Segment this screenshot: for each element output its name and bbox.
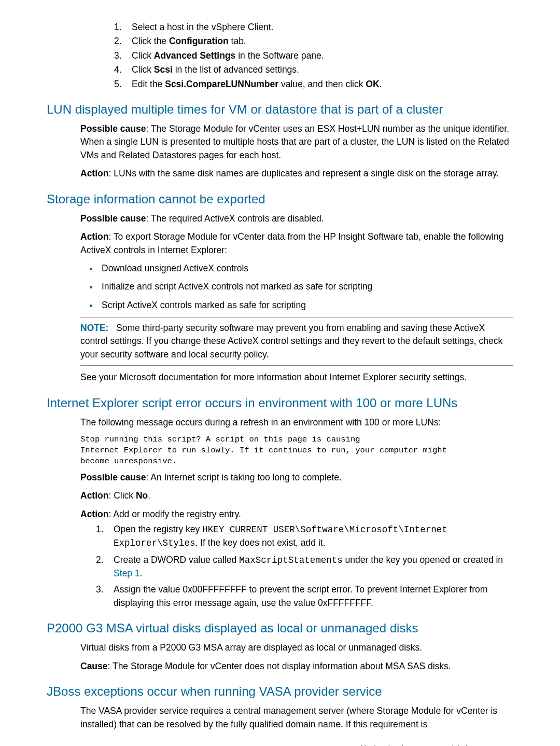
label: Action	[80, 231, 108, 242]
label: Action	[80, 509, 108, 519]
note-text: Some third-party security software may p…	[80, 323, 502, 360]
heading-storage-export: Storage information cannot be exported	[47, 191, 513, 207]
text: in the Software pane.	[235, 50, 324, 61]
heading-p2000: P2000 G3 MSA virtual disks displayed as …	[47, 620, 513, 636]
export-after-note: See your Microsoft documentation for mor…	[80, 371, 513, 384]
text: under the key you opened or created in	[343, 555, 503, 565]
ie-step-3: Assign the value 0x00FFFFFFFF to prevent…	[96, 583, 513, 610]
bold-text: Configuration	[169, 36, 229, 46]
bold-text: Scsi	[154, 64, 173, 75]
text: : To export Storage Module for vCenter d…	[80, 231, 503, 255]
ie-intro: The following message occurs during a re…	[80, 416, 513, 429]
bold-text: Scsi.CompareLUNNumber	[165, 79, 278, 89]
step-link[interactable]: Step 1	[114, 568, 140, 578]
top-step-4: Click Scsi in the list of advanced setti…	[114, 63, 513, 76]
export-note: NOTE: Some third-party security software…	[80, 317, 513, 366]
top-step-5: Edit the Scsi.CompareLUNNumber value, an…	[114, 78, 513, 91]
note-label: NOTE:	[80, 323, 108, 333]
text: : LUNs with the same disk names are dupl…	[108, 168, 499, 178]
ie-cause: Possible cause: An Internet script is ta…	[80, 471, 513, 484]
text: .	[140, 568, 143, 578]
mono-text: MaxScriptStatements	[239, 555, 343, 565]
text: value, and then click	[278, 79, 366, 89]
bold-text: Advanced Settings	[154, 50, 236, 61]
text: in the list of advanced settings.	[173, 64, 299, 75]
top-step-1: Select a host in the vSphere Client.	[114, 21, 513, 34]
text: Click	[132, 64, 154, 75]
top-step-3: Click Advanced Settings in the Software …	[114, 49, 513, 62]
label: Possible cause	[80, 123, 146, 134]
lun-cause: Possible cause: The Storage Module for v…	[80, 122, 513, 162]
ie-action-registry: Action: Add or modify the registry entry…	[80, 508, 513, 521]
bold-text: OK	[366, 79, 379, 89]
text: .	[148, 490, 150, 501]
export-cause: Possible cause: The required ActiveX con…	[80, 212, 513, 225]
ie-action-no: Action: Click No.	[80, 489, 513, 502]
text: . If the key does not exist, add it.	[195, 537, 326, 548]
text: Open the registry key	[114, 524, 202, 534]
lun-action: Action: LUNs with the same disk names ar…	[80, 167, 513, 180]
text: tab.	[229, 36, 246, 46]
bold-text: No	[136, 490, 148, 501]
jboss-p1: The VASA provider service requires a cen…	[80, 704, 513, 731]
text: .	[380, 79, 382, 89]
text: : An Internet script is taking too long …	[146, 472, 341, 482]
p2000-cause: Cause: The Storage Module for vCenter do…	[80, 660, 513, 673]
top-step-2: Click the Configuration tab.	[114, 35, 513, 48]
label: Action	[80, 490, 108, 501]
text: Edit the	[132, 79, 165, 89]
p2000-p1: Virtual disks from a P2000 G3 MSA array …	[80, 641, 513, 654]
text: : Add or modify the registry entry.	[108, 509, 241, 519]
text: Create a DWORD value called	[114, 555, 239, 565]
heading-lun-cluster: LUN displayed multiple times for VM or d…	[47, 101, 513, 117]
text: Click	[132, 50, 154, 61]
text: Click the	[132, 36, 169, 46]
text: Select a host in the vSphere Client.	[132, 22, 273, 32]
text: : Click	[108, 490, 136, 501]
bullet-item: Initialize and script ActiveX controls n…	[99, 280, 513, 293]
heading-jboss: JBoss exceptions occur when running VASA…	[47, 683, 513, 699]
ie-step-1: Open the registry key HKEY_CURRENT_USER\…	[96, 523, 513, 550]
ie-step-2: Create a DWORD value called MaxScriptSta…	[96, 554, 513, 581]
ie-code-block: Stop running this script? A script on th…	[80, 434, 513, 467]
bullet-item: Download unsigned ActiveX controls	[99, 262, 513, 275]
label: Possible cause	[80, 472, 146, 482]
label: Possible cause	[80, 213, 146, 224]
export-bullets: Download unsigned ActiveX controls Initi…	[47, 262, 513, 312]
ie-registry-steps: Open the registry key HKEY_CURRENT_USER\…	[47, 523, 513, 610]
text: : The required ActiveX controls are disa…	[146, 213, 324, 224]
export-action: Action: To export Storage Module for vCe…	[80, 230, 513, 257]
text: : The Storage Module for vCenter does no…	[108, 661, 451, 671]
top-numbered-list: Select a host in the vSphere Client. Cli…	[47, 21, 513, 91]
bullet-item: Script ActiveX controls marked as safe f…	[99, 299, 513, 312]
label: Action	[80, 168, 108, 178]
label: Cause	[80, 661, 108, 671]
heading-ie-script-error: Internet Explorer script error occurs in…	[47, 395, 513, 411]
